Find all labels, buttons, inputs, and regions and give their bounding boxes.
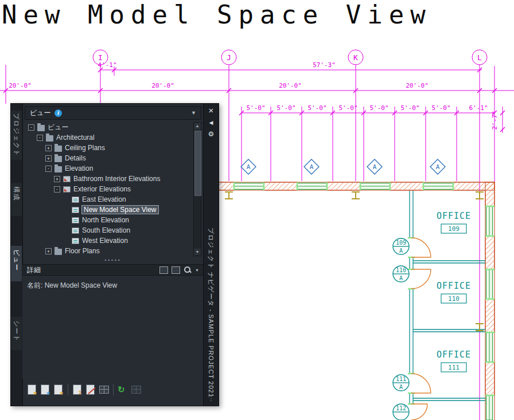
window-tag-label: A [247, 163, 251, 171]
close-icon[interactable]: × [204, 105, 219, 116]
auto-hide-pin-icon[interactable]: ◀ [204, 117, 219, 128]
tree-item-views-root[interactable]: - ビュー [25, 122, 201, 132]
tree-item-floor-plans[interactable]: + Floor Plans [25, 246, 201, 256]
grid-bubble-label: I [98, 53, 103, 62]
tree-item-label: Elevation [65, 164, 93, 172]
scroll-up-arrow[interactable]: ▲ [194, 123, 201, 129]
magnifier-icon[interactable] [184, 266, 192, 274]
list-view-button[interactable] [99, 384, 109, 395]
sheet-slash-icon [86, 384, 95, 395]
tab-views-label[interactable]: ビュー [12, 249, 21, 271]
view-category-dropdown[interactable]: ビュー i ▼ [25, 106, 201, 120]
dimension-text: 20'-0" [9, 82, 32, 89]
details-pane-icon[interactable] [172, 266, 180, 274]
new-category-button[interactable] [27, 384, 37, 395]
door-tag-layer: 109 A 110 A 111 A 112 [393, 238, 409, 420]
tree-item-elevation[interactable]: - Elevation [25, 163, 201, 174]
scrollbar-thumb[interactable] [194, 131, 201, 196]
window-tag-layer: A A A A [241, 159, 445, 174]
tree-item-details[interactable]: + Details [25, 153, 201, 163]
door-tag-letter: A [399, 248, 403, 254]
window-tag-label: A [436, 163, 440, 171]
room-number: 109 [448, 225, 460, 233]
door-tag-number: 110 [396, 267, 406, 273]
expand-toggle[interactable]: + [45, 155, 52, 162]
tree-item-architectural[interactable]: - Architectural [25, 132, 201, 143]
tree-item-label: Exterior Elevations [73, 185, 131, 193]
palette-tab-strip: プロジェクト 構成 ビュー シート [11, 104, 23, 406]
new-model-space-view-button[interactable] [53, 384, 64, 395]
dimension-text: 6'-1" [469, 104, 488, 112]
tree-item-new-model-space-view[interactable]: New Model Space View [25, 205, 201, 215]
dimension-text: 57'-3" [313, 61, 336, 69]
palette-content: ビュー i ▼ - ビュー - Architectural + Ceiling … [22, 104, 204, 406]
tree-item-label: Floor Plans [65, 247, 100, 255]
room-name: OFFICE [437, 281, 471, 291]
tree-item-exterior-elevations[interactable]: - Exterior Elevations [25, 184, 201, 194]
tab-constructs-label[interactable]: 構成 [12, 186, 21, 201]
dimension-text: 4'-1" [98, 61, 116, 69]
tab-project-label[interactable]: プロジェクト [12, 113, 21, 157]
chevron-down-icon[interactable]: ▼ [191, 110, 196, 116]
room-name: OFFICE [437, 211, 471, 221]
toolbar-separator [113, 384, 114, 395]
dimension-text: 20'-0" [151, 82, 174, 89]
tab-sheets-label[interactable]: シート [12, 320, 21, 342]
new-view-drawing-button[interactable] [40, 384, 50, 395]
folder-open-icon [37, 125, 45, 131]
tree-item-south-elevation[interactable]: South Elevation [25, 225, 201, 235]
window-tag-label: A [310, 163, 314, 171]
omit-view-button[interactable] [85, 384, 96, 395]
elevation-category-icon [63, 176, 71, 182]
tree-item-east-elevation[interactable]: East Elevation [25, 194, 201, 205]
views-tree: - ビュー - Architectural + Ceiling Plans + … [25, 121, 201, 257]
tree-item-west-elevation[interactable]: West Elevation [25, 235, 201, 246]
door-tag-number: 112 [396, 405, 406, 411]
sheet-star-icon [54, 384, 63, 395]
magnifier-dropdown-chevron-icon[interactable]: ▼ [195, 268, 199, 272]
expand-toggle[interactable]: + [54, 176, 60, 182]
room-number: 110 [448, 295, 460, 303]
tree-item-label: Architectural [56, 134, 95, 142]
tree-item-north-elevation[interactable]: North Elevation [25, 215, 201, 225]
view-drawing-icon [72, 238, 79, 244]
tree-item-ceiling-plans[interactable]: + Ceiling Plans [25, 143, 201, 153]
preview-pane-icon[interactable] [159, 266, 168, 274]
tree-item-bathroom-interior-elevations[interactable]: + Bathroom Interior Elevations [25, 174, 201, 184]
tree-scrollbar[interactable]: ▲ ▼ [193, 122, 201, 256]
elevation-category-icon [63, 186, 71, 193]
tree-item-label: North Elevation [82, 216, 129, 224]
details-header: 詳細 ▼ [22, 264, 204, 276]
dimension-text: 5'-0" [400, 104, 419, 112]
expand-toggle[interactable]: - [28, 124, 34, 131]
folder-icon [54, 156, 62, 162]
dimension-text: 2'-7" [491, 111, 499, 129]
dimension-text: 5'-0" [246, 104, 265, 112]
options-button[interactable] [131, 384, 141, 395]
project-navigator-palette: プロジェクト 構成 ビュー シート ビュー i ▼ - ビュー - Archit… [10, 103, 219, 406]
view-drawing-icon [72, 227, 79, 234]
renumber-view-button[interactable] [72, 384, 83, 395]
folder-icon [54, 249, 62, 255]
view-drawing-icon [72, 197, 79, 203]
grid-bubble-label: K [353, 53, 358, 62]
tree-item-label: Details [65, 154, 86, 162]
refresh-project-button[interactable]: ↻ [118, 384, 128, 395]
expand-toggle[interactable]: - [37, 135, 43, 141]
info-icon[interactable]: i [54, 109, 62, 117]
scroll-down-arrow[interactable]: ▼ [194, 249, 201, 256]
pane-splitter[interactable]: ••••• [22, 257, 204, 264]
expand-toggle[interactable]: - [54, 186, 60, 193]
dimension-text: 5'-0" [369, 104, 388, 112]
door-tag-number: 109 [396, 240, 406, 246]
expand-toggle[interactable]: + [45, 145, 52, 151]
properties-gear-icon[interactable]: ⚙ [204, 129, 219, 139]
tree-item-label: South Elevation [82, 226, 130, 234]
details-title: 詳細 [27, 265, 41, 275]
door-tag-letter: A [399, 384, 403, 390]
resize-grip-icon[interactable]: ⋮ [204, 395, 219, 402]
tree-item-label: ビュー [48, 123, 69, 132]
palette-title-text: プロジェクト ナビゲータ - SAMPLE PROJECT 2021 [207, 227, 215, 399]
expand-toggle[interactable]: + [45, 248, 52, 254]
expand-toggle[interactable]: - [45, 166, 52, 172]
